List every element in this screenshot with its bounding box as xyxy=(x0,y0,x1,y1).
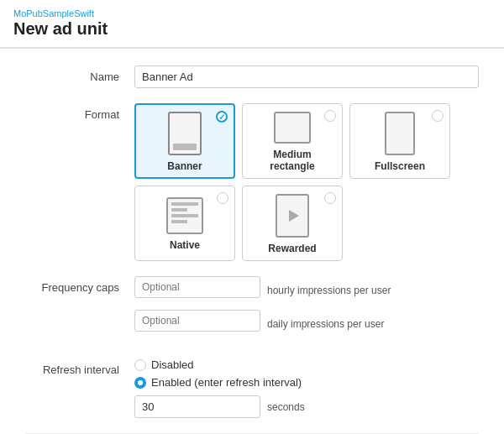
format-card-banner[interactable]: Banner xyxy=(134,103,235,179)
fullscreen-icon xyxy=(385,112,415,155)
app-name: MoPubSampleSwift xyxy=(13,8,491,18)
hourly-impressions-input[interactable] xyxy=(134,276,260,298)
frequency-caps-label: Frequency caps xyxy=(25,276,134,294)
frequency-caps-row: Frequency caps hourly impressions per us… xyxy=(25,276,479,343)
format-card-fullscreen[interactable]: Fullscreen xyxy=(349,103,450,179)
format-label: Format xyxy=(25,103,134,121)
name-row: Name xyxy=(25,65,479,88)
format-label-rewarded: Rewarded xyxy=(268,243,316,254)
form-container: Name Format Banner xyxy=(0,49,504,434)
format-label-native: Native xyxy=(170,239,200,251)
name-input[interactable] xyxy=(134,65,479,88)
rewarded-icon xyxy=(276,194,309,238)
refresh-interval-label: Refresh interval xyxy=(25,358,134,376)
format-radio-banner xyxy=(216,111,228,123)
hourly-suffix: hourly impressions per user xyxy=(267,285,391,296)
page-title: New ad unit xyxy=(13,18,491,39)
refresh-disabled-radio xyxy=(134,359,146,371)
refresh-disabled-label: Disabled xyxy=(151,358,194,371)
hourly-input-row: hourly impressions per user xyxy=(134,276,479,305)
refresh-enabled-label: Enabled (enter refresh interval) xyxy=(151,376,302,389)
name-field-container xyxy=(134,65,479,88)
refresh-interval-input[interactable] xyxy=(134,395,260,418)
format-card-medium-rectangle[interactable]: Medium rectangle xyxy=(242,103,343,179)
format-label-fullscreen: Fullscreen xyxy=(375,160,425,172)
seconds-suffix: seconds xyxy=(267,401,305,413)
format-radio-medium-rectangle xyxy=(324,110,336,122)
format-row: Format Banner Medium rectangl xyxy=(25,103,479,261)
banner-icon xyxy=(168,112,202,155)
format-label-banner: Banner xyxy=(167,160,202,172)
header: MoPubSampleSwift New ad unit xyxy=(0,0,504,48)
daily-impressions-input[interactable] xyxy=(134,310,260,332)
format-radio-fullscreen xyxy=(432,110,444,122)
frequency-caps-control: hourly impressions per user daily impres… xyxy=(134,276,479,343)
refresh-disabled-item[interactable]: Disabled xyxy=(134,358,479,371)
refresh-enabled-radio xyxy=(134,377,146,389)
format-card-rewarded[interactable]: Rewarded xyxy=(242,186,343,261)
format-radio-native xyxy=(217,192,228,204)
refresh-interval-row: Refresh interval Disabled Enabled (enter… xyxy=(25,358,479,418)
daily-input-row: daily impressions per user xyxy=(134,310,479,338)
refresh-interval-control: Disabled Enabled (enter refresh interval… xyxy=(134,358,479,418)
format-label-medium-rectangle: Medium rectangle xyxy=(249,149,335,172)
format-card-native[interactable]: Native xyxy=(134,186,235,261)
medium-rectangle-icon xyxy=(274,112,311,144)
native-icon xyxy=(166,197,203,234)
refresh-value-row: seconds xyxy=(134,395,479,418)
name-label: Name xyxy=(25,65,134,83)
daily-suffix: daily impressions per user xyxy=(267,318,384,330)
refresh-radio-group: Disabled Enabled (enter refresh interval… xyxy=(134,358,479,389)
format-grid: Banner Medium rectangle Fullscre xyxy=(134,103,479,261)
format-radio-rewarded xyxy=(324,192,336,204)
refresh-enabled-item[interactable]: Enabled (enter refresh interval) xyxy=(134,376,479,389)
